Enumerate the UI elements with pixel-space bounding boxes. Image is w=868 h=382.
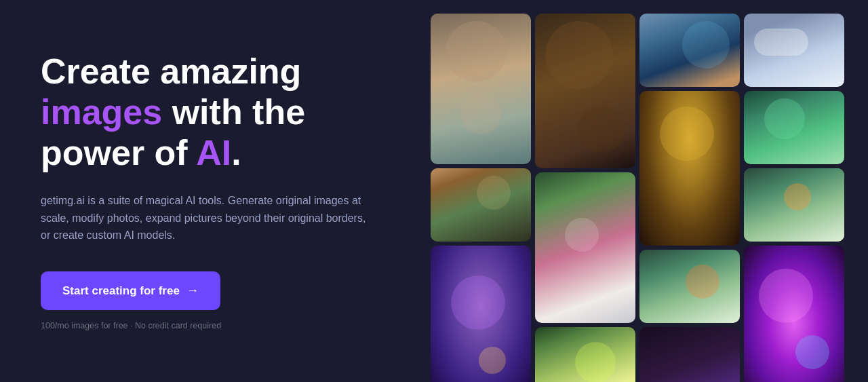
image-forest-glow <box>535 327 635 382</box>
cta-button[interactable]: Start creating for free → <box>41 271 220 310</box>
headline-text-1: Create amazing <box>41 52 301 91</box>
image-col-4 <box>744 14 844 368</box>
headline-end: . <box>231 133 241 172</box>
image-col-2 <box>535 14 635 368</box>
image-golden-skull <box>639 91 740 246</box>
hero-description: getimg.ai is a suite of magical AI tools… <box>41 192 366 244</box>
image-green-anime <box>744 91 844 164</box>
image-cabin <box>431 168 531 242</box>
image-purple-cat <box>431 246 531 382</box>
image-koi <box>639 250 740 323</box>
image-curly-man <box>535 14 635 168</box>
hero-section: Create amazing images with the power of … <box>0 0 868 382</box>
cta-label: Start creating for free <box>62 284 180 298</box>
image-neon-hamster <box>744 246 844 382</box>
image-mushroom-forest <box>639 327 740 382</box>
headline-images: images <box>41 92 162 132</box>
cta-arrow: → <box>186 284 199 298</box>
image-grid <box>431 7 844 375</box>
image-koi-2 <box>744 168 844 242</box>
image-woman-flowers <box>535 172 635 323</box>
headline-ai: AI <box>196 133 231 172</box>
left-panel: Create amazing images with the power of … <box>0 11 407 371</box>
image-col-1 <box>431 14 531 368</box>
image-portrait-man <box>431 14 531 164</box>
fine-print: 100/mo images for free · No credit card … <box>41 321 366 330</box>
image-col-3 <box>639 14 740 368</box>
image-ocean <box>639 14 740 87</box>
headline: Create amazing images with the power of … <box>41 52 366 173</box>
right-panel <box>407 0 868 382</box>
image-clouds <box>744 14 844 87</box>
